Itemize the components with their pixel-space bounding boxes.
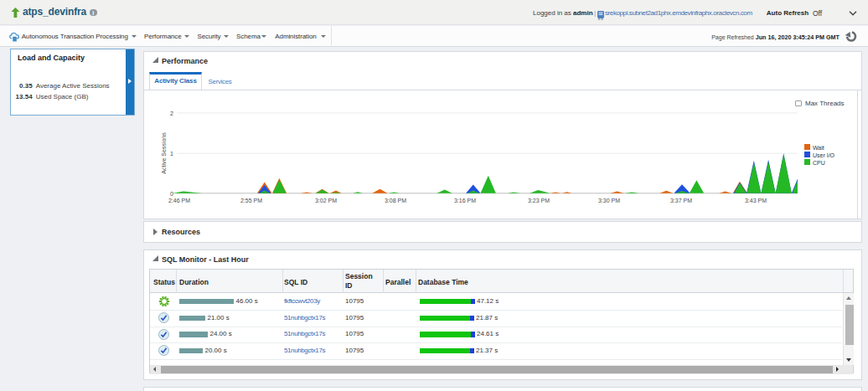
svg-text:2: 2	[170, 110, 173, 116]
svg-text:0: 0	[170, 190, 173, 196]
svg-text:2:46 PM: 2:46 PM	[168, 198, 190, 203]
svg-text:3:16 PM: 3:16 PM	[454, 198, 476, 203]
svg-text:3:23 PM: 3:23 PM	[528, 198, 550, 203]
svg-text:3:30 PM: 3:30 PM	[598, 198, 620, 203]
svg-text:3:02 PM: 3:02 PM	[315, 198, 337, 203]
svg-text:2:55 PM: 2:55 PM	[240, 198, 262, 203]
svg-text:3:43 PM: 3:43 PM	[745, 198, 767, 203]
svg-text:CPU: CPU	[813, 159, 825, 165]
svg-text:1: 1	[170, 151, 173, 157]
svg-text:Wait: Wait	[813, 144, 824, 150]
svg-text:3:37 PM: 3:37 PM	[670, 198, 692, 203]
svg-text:User I/O: User I/O	[813, 152, 835, 157]
svg-text:Active Sessions: Active Sessions	[161, 131, 167, 173]
svg-text:3:08 PM: 3:08 PM	[385, 198, 406, 203]
